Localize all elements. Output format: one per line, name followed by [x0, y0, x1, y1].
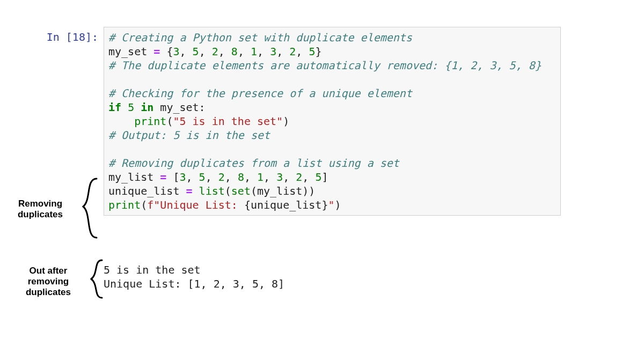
code-line: print(f"Unique List: {unique_list}"): [108, 198, 554, 212]
code-token: # The duplicate elements are automatical…: [108, 59, 541, 72]
code-token: ,: [206, 171, 218, 183]
code-token: }: [321, 199, 328, 211]
code-token: {: [166, 45, 173, 58]
code-token: 2: [212, 45, 218, 58]
code-token: 5: [128, 101, 134, 114]
code-token: 8: [238, 171, 244, 183]
code-token: [134, 101, 141, 114]
code-token: # Output: 5 is in the set: [108, 129, 270, 142]
code-token: 3: [276, 171, 283, 183]
code-token: 3: [173, 45, 179, 58]
code-line: # The duplicate elements are automatical…: [108, 58, 554, 72]
code-token: ): [283, 115, 289, 128]
code-line: # Checking for the presence of a unique …: [108, 86, 554, 100]
code-token: }: [315, 45, 321, 58]
code-line: unique_list = list(set(my_list)): [108, 184, 554, 198]
code-token: 2: [296, 171, 302, 183]
code-token: # Creating a Python set with duplicate e…: [108, 31, 412, 44]
code-token: ,: [296, 45, 309, 58]
code-token: 2: [289, 45, 296, 58]
code-line: my_list = [3, 5, 2, 8, 1, 3, 2, 5]: [108, 170, 554, 184]
code-token: 5: [315, 171, 321, 183]
code-token: unique_list: [108, 185, 186, 197]
code-token: ,: [276, 45, 289, 58]
annotation-removing-duplicates: Removingduplicates: [11, 199, 70, 220]
brace-icon-2: [80, 258, 107, 300]
code-token: [121, 101, 128, 114]
code-token: =: [186, 185, 193, 197]
code-token: 1: [257, 171, 264, 183]
code-line: # Creating a Python set with duplicate e…: [108, 31, 554, 45]
annotation-out-after-removing: Out afterremovingduplicates: [19, 266, 78, 298]
code-token: =: [153, 45, 160, 58]
code-token: ): [334, 199, 341, 211]
annotation-line: Out after: [19, 266, 78, 276]
code-token: (: [225, 185, 231, 197]
code-token: print: [134, 115, 166, 128]
code-input-area[interactable]: # Creating a Python set with duplicate e…: [104, 27, 561, 216]
code-token: (my_list)): [251, 185, 315, 197]
annotation-line: removing: [19, 276, 78, 287]
annotation-line: duplicates: [19, 287, 78, 298]
code-token: (: [166, 115, 173, 128]
code-token: [108, 115, 134, 128]
code-token: ,: [218, 45, 231, 58]
code-token: "5 is in the set": [173, 115, 283, 128]
code-token: 8: [231, 45, 238, 58]
code-token: ,: [199, 45, 212, 58]
code-token: f"Unique List:: [147, 199, 244, 211]
code-token: ]: [322, 171, 328, 183]
code-line: # Removing duplicates from a list using …: [108, 156, 554, 170]
code-line: # Output: 5 is in the set: [108, 128, 554, 142]
code-token: ,: [264, 171, 276, 183]
code-token: [108, 73, 115, 86]
code-token: ,: [283, 171, 296, 183]
code-token: list: [199, 185, 225, 197]
prompt-label: In [18]:: [47, 31, 98, 43]
code-cell: In [18]: # Creating a Python set with du…: [30, 27, 561, 216]
code-token: set: [231, 185, 251, 197]
code-token: {: [244, 199, 251, 211]
code-token: 3: [270, 45, 276, 58]
code-token: ,: [302, 171, 315, 183]
code-token: [160, 45, 166, 58]
code-token: 5: [193, 45, 199, 58]
code-line: [108, 142, 554, 156]
code-token: [108, 143, 115, 156]
code-line: my_set = {3, 5, 2, 8, 1, 3, 2, 5}: [108, 45, 554, 58]
code-token: ,: [244, 171, 257, 183]
code-line: [108, 72, 554, 86]
code-token: unique_list: [251, 199, 321, 211]
code-token: ": [328, 199, 334, 211]
code-token: =: [160, 171, 166, 183]
code-token: if: [108, 101, 121, 114]
cell-output-area: 5 is in the setUnique List: [1, 2, 3, 5,…: [104, 263, 284, 291]
code-token: ,: [179, 45, 192, 58]
annotation-line: duplicates: [11, 209, 70, 220]
code-token: [193, 185, 199, 197]
code-token: ,: [186, 171, 199, 183]
code-token: my_set:: [153, 101, 205, 114]
code-token: 2: [218, 171, 225, 183]
brace-icon-1: [70, 176, 102, 240]
code-token: ,: [257, 45, 270, 58]
code-token: [: [166, 171, 179, 183]
code-token: (: [141, 199, 147, 211]
code-token: # Removing duplicates from a list using …: [108, 157, 399, 170]
code-token: in: [141, 101, 153, 114]
output-line: 5 is in the set: [104, 263, 284, 277]
code-token: my_set: [108, 45, 153, 58]
code-line: if 5 in my_set:: [108, 100, 554, 114]
code-token: ,: [225, 171, 238, 183]
code-token: my_list: [108, 171, 160, 183]
code-token: print: [108, 199, 141, 211]
code-token: # Checking for the presence of a unique …: [108, 87, 412, 100]
code-token: 5: [309, 45, 315, 58]
code-token: 5: [199, 171, 206, 183]
code-token: 3: [179, 171, 186, 183]
annotation-line: Removing: [11, 199, 70, 209]
code-token: ,: [238, 45, 251, 58]
output-line: Unique List: [1, 2, 3, 5, 8]: [104, 277, 284, 291]
code-token: 1: [251, 45, 257, 58]
code-line: print("5 is in the set"): [108, 114, 554, 128]
